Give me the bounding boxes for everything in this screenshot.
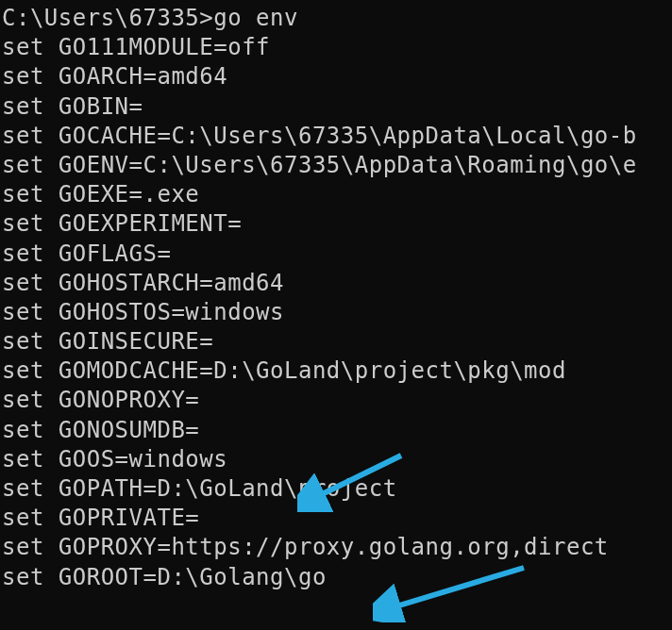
- terminal-output-line: set GONOPROXY=: [2, 386, 672, 415]
- svg-line-3: [390, 568, 524, 608]
- terminal-output-line: set GOENV=C:\Users\67335\AppData\Roaming…: [2, 151, 672, 180]
- terminal-output-line: set GOBIN=: [2, 92, 672, 122]
- terminal-output-line: set GOINSECURE=: [2, 327, 672, 356]
- terminal-output-line: set GOROOT=D:\Golang\go: [2, 563, 672, 592]
- annotation-arrow-icon: [297, 446, 411, 512]
- terminal-output-line: set GOPROXY=https://proxy.golang.org,dir…: [2, 533, 672, 562]
- terminal-prompt-line: C:\Users\67335>go env: [2, 4, 672, 33]
- terminal-command[interactable]: go env: [213, 5, 298, 31]
- terminal-output-line: set GOCACHE=C:\Users\67335\AppData\Local…: [2, 122, 672, 151]
- annotation-arrow-icon: [373, 556, 533, 622]
- terminal-output-line: set GOEXPERIMENT=: [2, 209, 672, 239]
- terminal-prompt-path: C:\Users\67335>: [2, 5, 213, 31]
- svg-line-1: [314, 456, 401, 498]
- terminal-output-line: set GOHOSTARCH=amd64: [2, 269, 672, 298]
- terminal-output-line: set GOFLAGS=: [2, 240, 672, 269]
- terminal-output-line: set GOMODCACHE=D:\GoLand\project\pkg\mod: [2, 356, 672, 386]
- terminal-output-line: set GOHOSTOS=windows: [2, 298, 672, 327]
- terminal-output-line: set GOARCH=amd64: [2, 62, 672, 91]
- terminal-output-line: set GONOSUMDB=: [2, 416, 672, 445]
- terminal-output-line: set GOEXE=.exe: [2, 180, 672, 209]
- terminal-output-line: set GO111MODULE=off: [2, 33, 672, 62]
